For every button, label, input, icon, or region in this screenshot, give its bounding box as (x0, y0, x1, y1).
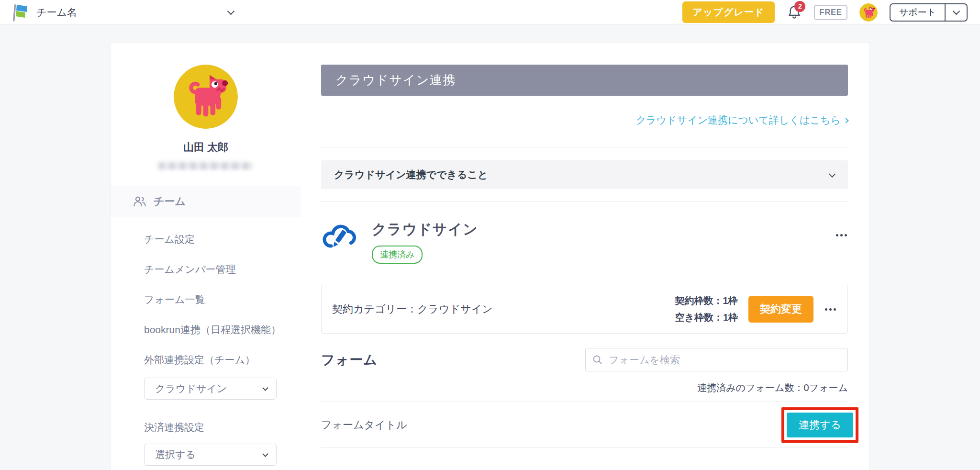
notification-count-badge: 2 (794, 1, 805, 12)
form-search-input[interactable] (609, 354, 841, 366)
form-row-action: 連携する (781, 407, 858, 443)
sidebar-item-team[interactable]: チーム (111, 186, 301, 217)
support-label: サポート (891, 4, 945, 21)
user-avatar[interactable] (859, 3, 878, 22)
sidebar-team-label: チーム (154, 194, 186, 209)
sidebar-item-form-list[interactable]: フォーム一覧 (144, 284, 301, 314)
form-row-title: フォームタイトル (321, 418, 407, 432)
contract-box: 契約カテゴリー：クラウドサイン 契約枠数：1枠 空き枠数：1枠 契約変更 (321, 285, 848, 334)
formrun-logo-icon[interactable] (12, 4, 29, 22)
external-integration-select-value: クラウドサイン (155, 382, 227, 395)
integration-more-menu[interactable] (835, 231, 848, 239)
profile-avatar (174, 65, 238, 129)
topbar-actions: アップグレード 2 FREE サポート (682, 1, 968, 23)
sidebar-item-external-integration[interactable]: 外部連携設定（チーム） (144, 345, 301, 375)
highlight-annotation-box: 連携する (781, 407, 858, 443)
divider (321, 147, 848, 147)
accordion-what-you-can-do[interactable]: クラウドサイン連携でできること (321, 160, 848, 189)
external-integration-select[interactable]: クラウドサイン (144, 378, 277, 400)
status-badge: 連携済み (372, 246, 423, 264)
team-people-icon (133, 195, 147, 208)
contract-category: 契約カテゴリー：クラウドサイン (332, 302, 493, 316)
sidebar-nav: チーム設定 チームメンバー管理 フォーム一覧 bookrun連携（日程選択機能）… (111, 217, 301, 466)
linked-forms-count: 連携済みのフォーム数：0フォーム (321, 381, 848, 394)
team-switcher[interactable]: チーム名 (36, 6, 234, 19)
contract-more-menu[interactable] (824, 305, 837, 313)
chevron-down-icon (262, 451, 268, 457)
chevron-down-icon (262, 385, 268, 391)
contract-slots-total: 契約枠数：1枠 (675, 292, 738, 309)
team-name: チーム名 (36, 6, 77, 19)
sidebar-item-bookrun[interactable]: bookrun連携（日程選択機能） (144, 314, 301, 345)
chevron-down-icon (829, 170, 835, 177)
support-caret[interactable] (945, 4, 967, 21)
help-link-row: クラウドサイン連携について詳しくはこちら (321, 113, 848, 127)
contract-change-button[interactable]: 契約変更 (748, 296, 813, 323)
cloudsign-logo-icon (321, 221, 356, 251)
chevron-right-icon (843, 118, 848, 123)
help-link-label: クラウドサイン連携について詳しくはこちら (636, 113, 841, 127)
content-card: 山田 太郎 チーム チーム設定 チームメンバー管理 フォーム一覧 bookrun… (111, 43, 869, 470)
sidebar-item-team-settings[interactable]: チーム設定 (144, 224, 301, 254)
payment-select[interactable]: 選択する (144, 444, 277, 466)
upgrade-button[interactable]: アップグレード (682, 1, 775, 23)
payment-select-value: 選択する (155, 448, 196, 461)
integration-name: クラウドサイン (372, 220, 478, 239)
search-icon (592, 355, 603, 365)
cloudsign-help-link[interactable]: クラウドサイン連携について詳しくはこちら (636, 113, 848, 127)
forms-header: フォーム (321, 348, 848, 371)
user-email-redacted (158, 162, 253, 169)
sidebar: 山田 太郎 チーム チーム設定 チームメンバー管理 フォーム一覧 bookrun… (111, 43, 301, 470)
contract-slots-open: 空き枠数：1枠 (675, 309, 738, 326)
support-button[interactable]: サポート (890, 3, 968, 22)
link-form-button[interactable]: 連携する (787, 413, 853, 437)
top-bar: チーム名 アップグレード 2 FREE サポート (0, 0, 980, 25)
page-background: 山田 太郎 チーム チーム設定 チームメンバー管理 フォーム一覧 bookrun… (0, 25, 980, 470)
integration-info: クラウドサイン 連携済み (372, 220, 478, 264)
chevron-down-icon (227, 8, 235, 15)
profile-block: 山田 太郎 (111, 65, 301, 169)
forms-heading: フォーム (321, 351, 378, 369)
table-row: フォームタイトル 連携する (321, 402, 848, 448)
accordion-title: クラウドサイン連携でできること (334, 168, 488, 181)
sidebar-item-member-management[interactable]: チームメンバー管理 (144, 254, 301, 284)
divider (321, 201, 848, 202)
user-name: 山田 太郎 (111, 140, 301, 155)
payment-settings-label: 決済連携設定 (144, 421, 301, 434)
page-title-bar: クラウドサイン連携 (321, 65, 848, 96)
chevron-down-icon (952, 8, 960, 15)
contract-right: 契約枠数：1枠 空き枠数：1枠 契約変更 (675, 292, 837, 326)
integration-section: クラウドサイン 連携済み (321, 220, 848, 264)
page-title: クラウドサイン連携 (335, 72, 456, 89)
form-search-box (585, 348, 848, 371)
contract-slot-counts: 契約枠数：1枠 空き枠数：1枠 (675, 292, 738, 326)
notifications-button[interactable]: 2 (787, 4, 802, 21)
main-content: クラウドサイン連携 クラウドサイン連携について詳しくはこちら クラウドサイン連携… (301, 43, 869, 470)
plan-badge: FREE (814, 5, 847, 20)
